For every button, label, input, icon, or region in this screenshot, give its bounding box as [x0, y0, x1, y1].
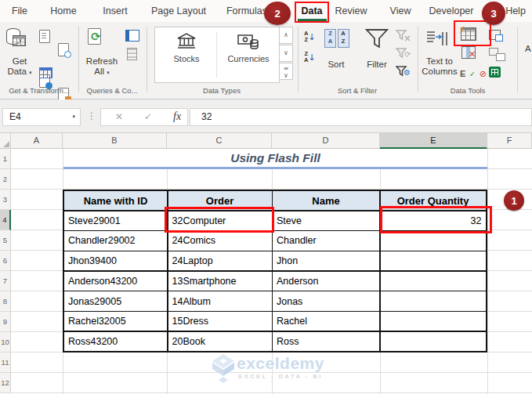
tab-help[interactable]: Help: [505, 0, 526, 22]
name-box-caret-icon[interactable]: ▾: [72, 109, 75, 125]
row-header-8[interactable]: 8: [0, 291, 11, 312]
formula-input[interactable]: 32: [190, 108, 532, 126]
tab-view[interactable]: View: [390, 0, 411, 22]
filter-label[interactable]: Filter: [367, 60, 387, 70]
refresh-all-button[interactable]: ⟳: [88, 28, 101, 45]
row-header-7[interactable]: 7: [0, 271, 11, 291]
column-header-b[interactable]: B: [63, 133, 167, 149]
table-cell[interactable]: Jonas29005: [64, 291, 167, 310]
table-cell[interactable]: 24Laptop: [168, 251, 272, 270]
filter-button[interactable]: [365, 28, 389, 52]
enter-icon[interactable]: ✓: [144, 111, 152, 122]
table-cell[interactable]: [381, 251, 486, 270]
gallery-scroll-down-icon[interactable]: ∨: [279, 45, 293, 62]
insert-function-icon[interactable]: fx: [173, 110, 181, 123]
get-data-label[interactable]: Get Data ▾: [7, 56, 31, 78]
get-data-button[interactable]: [6, 28, 20, 45]
table-cell[interactable]: Ross: [273, 332, 379, 351]
table-cell[interactable]: Anderson43200: [64, 272, 167, 291]
table-cell[interactable]: Steve: [273, 211, 379, 230]
stocks-button[interactable]: Stocks: [159, 32, 214, 84]
tab-formulas[interactable]: Formulas: [226, 0, 267, 22]
group-label-sort-filter: Sort & Filter: [338, 86, 377, 95]
table-cell[interactable]: 15Dress: [168, 312, 272, 331]
table-cell[interactable]: [381, 272, 486, 291]
row-header-3[interactable]: 3: [0, 190, 11, 210]
gallery-scroll-up-icon[interactable]: ∧: [279, 27, 293, 44]
table-cell[interactable]: [381, 291, 486, 310]
sort-az-button[interactable]: AZ↓: [304, 31, 316, 45]
column-header-f[interactable]: F: [487, 133, 532, 149]
table-cell[interactable]: Rachel32005: [64, 312, 167, 331]
sort-button[interactable]: ZAAZ: [324, 29, 349, 48]
column-header-d[interactable]: D: [272, 133, 380, 149]
sort-label[interactable]: Sort: [328, 60, 344, 70]
annotation-box-cell-e4: [380, 206, 492, 233]
dropdown-caret-icon: ▾: [107, 70, 110, 76]
table-cell[interactable]: Chandler: [273, 231, 379, 250]
row-header-9[interactable]: 9: [0, 312, 11, 332]
table-cell[interactable]: Ross43200: [64, 332, 167, 351]
watermark-brand: exceldemy: [237, 355, 324, 372]
table-cell[interactable]: [381, 312, 486, 331]
table-header-cell[interactable]: Name with ID: [64, 191, 167, 210]
row-header-11[interactable]: 11: [0, 352, 11, 373]
refresh-all-label[interactable]: Refresh All ▾: [86, 56, 118, 78]
table-cell[interactable]: Steve29001: [64, 211, 167, 230]
table-cell[interactable]: Chandler29002: [64, 231, 167, 250]
advanced-filter-icon[interactable]: ⚙: [396, 66, 411, 81]
tab-home[interactable]: Home: [50, 0, 76, 22]
tab-page-layout[interactable]: Page Layout: [151, 0, 206, 22]
table-cell[interactable]: 14Album: [168, 291, 272, 310]
table-cell[interactable]: Jhon: [273, 251, 379, 270]
tab-review[interactable]: Review: [335, 0, 367, 22]
column-header-a[interactable]: A: [11, 133, 63, 149]
table-cell[interactable]: [381, 231, 486, 250]
row-header-2[interactable]: 2: [0, 169, 11, 190]
name-box[interactable]: E4 ▾: [2, 108, 81, 126]
tab-file[interactable]: File: [12, 0, 27, 22]
tab-insert[interactable]: Insert: [103, 0, 127, 22]
currencies-label: Currencies: [221, 54, 276, 63]
row-header-10[interactable]: 10: [0, 332, 11, 352]
tab-developer[interactable]: Developer: [429, 0, 474, 22]
reapply-filter-icon[interactable]: ⟳: [396, 48, 411, 63]
table-cell[interactable]: [381, 332, 486, 351]
from-table-range-icon[interactable]: [39, 67, 52, 78]
table-cell[interactable]: Jhon39400: [64, 251, 167, 270]
table-header-cell[interactable]: Name: [273, 191, 379, 210]
row-header-5[interactable]: 5: [0, 230, 11, 251]
text-to-columns-label[interactable]: Text to Columns: [422, 56, 457, 77]
table-cell[interactable]: 13Smartphone: [168, 272, 272, 291]
column-header-e-selected[interactable]: E: [380, 133, 487, 149]
row-header-1[interactable]: 1: [0, 149, 11, 169]
column-header-c[interactable]: C: [167, 133, 272, 149]
row-header-6[interactable]: 6: [0, 251, 11, 271]
table-cell[interactable]: 20Book: [168, 332, 272, 351]
text-to-columns-button[interactable]: [425, 30, 449, 52]
sort-za-button[interactable]: ZA↓: [304, 51, 316, 65]
properties-icon[interactable]: [127, 48, 137, 60]
currencies-button[interactable]: Currencies: [221, 32, 276, 84]
table-cell[interactable]: Rachel: [273, 312, 379, 331]
row-header-12[interactable]: 12: [0, 373, 11, 393]
cancel-icon[interactable]: ✕: [115, 111, 123, 122]
from-text-csv-icon[interactable]: [39, 30, 50, 43]
queries-connections-icon[interactable]: [125, 30, 139, 42]
remove-duplicates-button[interactable]: ✕: [461, 46, 476, 59]
gallery-more-icon[interactable]: ≡∨: [279, 63, 293, 80]
recent-sources-icon[interactable]: [58, 43, 69, 56]
select-all-corner[interactable]: [0, 133, 11, 149]
relationships-button[interactable]: [489, 48, 498, 56]
row-header-4-selected[interactable]: 4: [0, 210, 11, 230]
next-group-clipped-label: A: [525, 44, 531, 53]
data-validation-button[interactable]: E ✓ ⊘ ▾: [460, 66, 493, 80]
red-x-icon: ✕: [469, 49, 476, 60]
sheet-title-cell[interactable]: Using Flash Fill: [63, 149, 487, 169]
group-label-get-transform: Get & Transform...: [9, 86, 70, 95]
table-cell[interactable]: Jonas: [273, 291, 379, 310]
manage-data-model-button[interactable]: [489, 67, 501, 78]
table-cell[interactable]: 24Comics: [168, 231, 272, 250]
table-cell[interactable]: Anderson: [273, 272, 379, 291]
clear-filter-icon[interactable]: [396, 30, 411, 45]
